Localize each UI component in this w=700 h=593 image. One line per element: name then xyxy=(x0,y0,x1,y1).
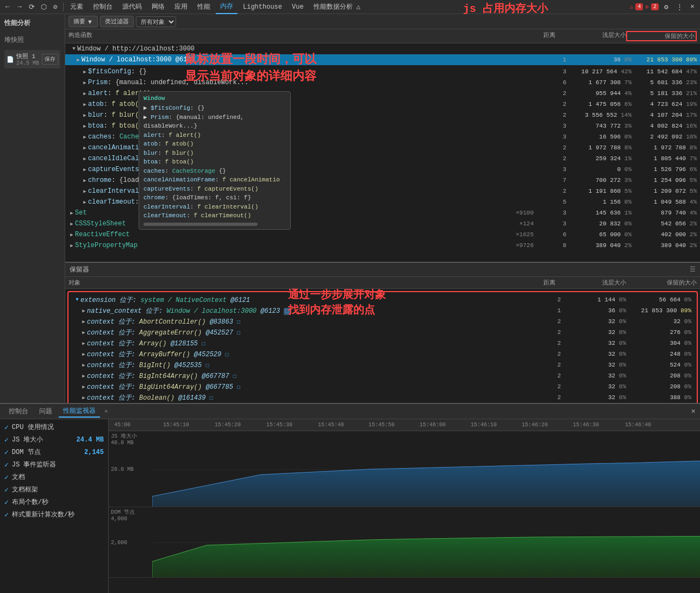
retainer-row[interactable]: ▶ context 位于: Boolean() @161439 □ 2 32 0… xyxy=(71,392,695,403)
tooltip-content: ▶ $fitsConfig: {} ▶ Prism: {manual: unde… xyxy=(143,104,286,226)
expand-icon[interactable]: ▶ xyxy=(82,199,88,205)
cpu-check-icon[interactable]: ✓ xyxy=(4,423,9,432)
row-retained: 1 254 096 5% xyxy=(632,177,697,184)
expand-icon[interactable]: ▶ xyxy=(80,329,87,336)
expand-icon[interactable]: ▶ xyxy=(80,383,87,390)
expand-icon[interactable]: ▶ xyxy=(82,144,88,151)
ret-distance: 2 xyxy=(528,296,561,303)
expand-icon[interactable]: ▶ xyxy=(82,68,88,75)
js-listeners-check-icon[interactable]: ✓ xyxy=(4,460,9,469)
expand-icon[interactable]: ▶ xyxy=(80,318,87,325)
row-distance: 2 xyxy=(534,101,566,108)
retainer-body[interactable]: ▼ extension 位于: system / NativeContext @… xyxy=(65,289,700,403)
table-row[interactable]: ▶ Prism: {manual: undefined, disableWork… xyxy=(65,77,700,88)
constructor-header: 构造函数 xyxy=(68,31,523,41)
expand-icon[interactable]: ▶ xyxy=(80,362,87,368)
tab-perf-monitor[interactable]: 性能监视器 xyxy=(59,405,100,418)
ret-retained: 21 853 300 89% xyxy=(626,307,691,314)
tab-network[interactable]: 网络 xyxy=(147,0,169,14)
dom-nodes-check-icon[interactable]: ✓ xyxy=(4,448,9,457)
retainer-row[interactable]: ▶ context 位于: ArrayBuffer() @452529 □ 2 … xyxy=(71,349,695,359)
retainer-row[interactable]: ▶ context 位于: BigUint64Array() @667785 □… xyxy=(71,381,695,392)
tab-memory[interactable]: 内存 xyxy=(216,0,238,14)
retainer-row[interactable]: ▶ native_context 位于: Window / localhost:… xyxy=(71,305,695,316)
settings-icon[interactable]: ⚙ xyxy=(661,2,672,12)
expand-icon[interactable]: ▶ xyxy=(82,166,88,173)
retainer-row[interactable]: ▶ context 位于: Array() @128155 □ 2 32 0% … xyxy=(71,338,695,349)
tab-elements[interactable]: 元素 xyxy=(66,0,88,14)
save-button[interactable]: 保存 xyxy=(42,54,58,65)
retainer-row[interactable]: ▼ extension 位于: system / NativeContext @… xyxy=(71,294,695,305)
table-row[interactable]: ▶ StylePropertyMap ×9726 8 389 040 2% 38… xyxy=(65,240,700,251)
expand-icon[interactable]: ▶ xyxy=(82,177,88,184)
expand-icon[interactable]: ▶ xyxy=(80,373,87,379)
object-filter-select[interactable]: 所有对象 xyxy=(136,16,176,27)
ret-distance-header: 距离 xyxy=(523,279,555,287)
inspect-icon[interactable]: ⬡ xyxy=(38,2,49,12)
expand-icon[interactable]: ▶ xyxy=(82,155,88,162)
expand-icon[interactable]: ▶ xyxy=(82,90,88,97)
expand-icon[interactable]: ▶ xyxy=(68,242,75,249)
expand-icon[interactable]: ▶ xyxy=(68,231,75,238)
tab-sources[interactable]: 源代码 xyxy=(118,0,146,14)
layouts-check-icon[interactable]: ✓ xyxy=(4,498,9,507)
table-row[interactable]: ▼ Window / http://localhost:3000 xyxy=(65,43,700,54)
expand-icon[interactable]: ▶ xyxy=(75,56,82,63)
expand-icon[interactable]: ▶ xyxy=(80,307,87,314)
retainer-row[interactable]: ▶ context 位于: AggregateError() @452527 □… xyxy=(71,327,695,338)
row-distance: 2 xyxy=(534,155,566,162)
expand-icon[interactable]: ▶ xyxy=(80,351,87,357)
tooltip-title: Window xyxy=(143,95,286,102)
tab-application[interactable]: 应用 xyxy=(170,0,192,14)
retainer-row[interactable]: ▶ context 位于: AbortController() @83863 □… xyxy=(71,316,695,327)
filter-btn[interactable]: 类过滤器 xyxy=(100,16,134,27)
back-icon[interactable]: ← xyxy=(2,2,13,12)
tab-console[interactable]: 控制台 xyxy=(89,0,117,14)
reload-icon[interactable]: ⟳ xyxy=(26,2,37,12)
close-perf-button[interactable]: × xyxy=(691,407,696,416)
row-distance: 3 xyxy=(534,220,566,227)
detach-icon[interactable]: × xyxy=(687,2,698,12)
expand-icon[interactable]: ▶ xyxy=(80,394,87,401)
tab-vue[interactable]: Vue xyxy=(288,0,308,14)
retainer-row[interactable]: ▶ context 位于: BigInt() @452535 □ 2 32 0%… xyxy=(71,359,695,370)
style-recalc-check-icon[interactable]: ✓ xyxy=(4,510,9,519)
table-row[interactable]: ▶ $fitsConfig: {} 3 10 217 564 42% 11 54… xyxy=(65,66,700,77)
expand-icon[interactable]: ▶ xyxy=(68,220,75,227)
table-row[interactable]: ▶ Window / localhost:3000 @6123 1 36 0% … xyxy=(65,54,700,65)
circle-icon[interactable]: ⊘ xyxy=(50,2,61,12)
more-icon[interactable]: ⋮ xyxy=(674,2,685,12)
js-heap-check-icon[interactable]: ✓ xyxy=(4,436,9,444)
expand-icon[interactable]: ▶ xyxy=(82,188,88,194)
forward-icon[interactable]: → xyxy=(14,2,25,12)
summary-btn[interactable]: 摘要 ▼ xyxy=(68,16,98,27)
expand-icon[interactable]: ▶ xyxy=(80,340,87,346)
ret-row-label: context 位于: Array() @128155 □ xyxy=(87,339,528,348)
documents-check-icon[interactable]: ✓ xyxy=(4,473,9,482)
tree-container[interactable]: ▼ Window / http://localhost:3000 ▶ Windo… xyxy=(65,43,700,262)
row-count: ×124 xyxy=(520,220,534,227)
tab-lighthouse[interactable]: Lighthouse xyxy=(239,0,286,14)
expand-icon[interactable]: ▼ xyxy=(71,46,77,52)
snapshot-item[interactable]: 📄 快照 1 24.5 MB 保存 xyxy=(4,50,60,68)
tab-issues[interactable]: 问题 xyxy=(35,406,57,417)
doc-frames-check-icon[interactable]: ✓ xyxy=(4,485,9,494)
tab-performance[interactable]: 性能 xyxy=(193,0,215,14)
expand-icon[interactable]: ▼ xyxy=(74,296,80,303)
expand-icon[interactable]: ▶ xyxy=(82,123,88,129)
table-row[interactable]: ▶ ReactiveEffect ×1625 6 65 000 0% 402 0… xyxy=(65,229,700,240)
expand-icon[interactable]: ▶ xyxy=(82,134,88,140)
retainer-menu-icon[interactable]: ☰ xyxy=(690,266,696,274)
tab-perf-analysis[interactable]: 性能数据分析 △ xyxy=(309,0,365,14)
expand-icon[interactable]: ▶ xyxy=(68,210,75,216)
tab-console-bottom[interactable]: 控制台 xyxy=(4,406,33,417)
expand-icon[interactable]: ▶ xyxy=(82,112,88,118)
retainer-row[interactable]: ▶ context 位于: BigInt64Array() @667787 □ … xyxy=(71,370,695,381)
row-shallow: 65 000 0% xyxy=(566,231,632,238)
row-shallow: 1 156 0% xyxy=(566,199,632,205)
expand-icon[interactable]: ▶ xyxy=(82,79,88,86)
expand-icon[interactable]: ▶ xyxy=(82,101,88,108)
ret-retained: 524 0% xyxy=(626,362,691,368)
row-retained: 1 049 588 4% xyxy=(632,199,697,205)
dom-nodes-item: ✓ DOM 节点 2,145 xyxy=(4,447,104,457)
